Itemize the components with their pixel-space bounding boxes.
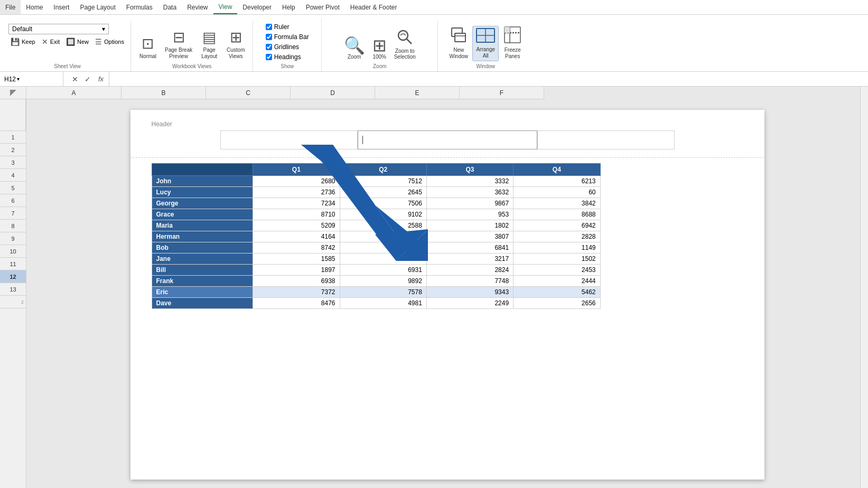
zoom-selection-button[interactable]: Zoom toSelection (391, 27, 419, 61)
menu-file[interactable]: File (0, 0, 21, 14)
header-left-box[interactable] (220, 130, 358, 149)
cell-q2[interactable]: 3969 (340, 254, 426, 265)
table-row[interactable]: Jane1585396932171502 (152, 254, 600, 265)
cell-q2[interactable]: 7578 (340, 287, 426, 298)
confirm-formula-button[interactable]: ✓ (82, 75, 93, 83)
table-row[interactable]: Lucy27362645363260 (152, 187, 600, 198)
new-button[interactable]: 🔲 New (64, 36, 91, 47)
custom-views-button[interactable]: ⊞ CustomViews (223, 27, 248, 61)
cell-name[interactable]: Lucy (152, 187, 253, 198)
vertical-scrollbar[interactable] (860, 99, 868, 488)
formula-bar-checkbox[interactable] (266, 34, 272, 40)
cell-q4[interactable]: 2828 (514, 231, 600, 242)
col-header-E[interactable]: E (375, 87, 460, 99)
menu-insert[interactable]: Insert (48, 0, 74, 14)
cell-q1[interactable]: 7372 (253, 287, 340, 298)
cell-name[interactable]: Herman (152, 231, 253, 242)
cell-q2[interactable]: 4981 (340, 298, 426, 309)
freeze-panes-button[interactable]: FreezePanes (500, 25, 525, 61)
cell-q2[interactable]: 9892 (340, 276, 426, 287)
keep-button[interactable]: 💾 Keep (8, 36, 38, 47)
header-right-box[interactable] (537, 130, 675, 149)
menu-page-layout[interactable]: Page Layout (74, 0, 120, 14)
menu-formulas[interactable]: Formulas (121, 0, 158, 14)
cell-q3[interactable]: 1802 (426, 220, 513, 231)
menu-home[interactable]: Home (21, 0, 48, 14)
cell-q2[interactable]: 2645 (340, 187, 426, 198)
formula-bar-toggle[interactable]: Formula Bar (266, 33, 309, 41)
col-header-C[interactable]: C (206, 87, 291, 99)
cell-q2[interactable]: 7506 (340, 198, 426, 209)
cell-q1[interactable]: 4164 (253, 231, 340, 242)
cell-q3[interactable]: 3807 (426, 231, 513, 242)
cancel-formula-button[interactable]: ✕ (70, 75, 80, 83)
zoom-100-button[interactable]: ⊞ 100% (369, 35, 390, 61)
cell-q4[interactable]: 1149 (514, 242, 600, 254)
table-row[interactable]: Frank6938989277482444 (152, 276, 600, 287)
cell-q3[interactable]: 9867 (426, 198, 513, 209)
cell-q2[interactable]: 4440 (340, 242, 426, 254)
cell-q4[interactable]: 6942 (514, 220, 600, 231)
cell-q2[interactable]: 2588 (340, 220, 426, 231)
new-window-button[interactable]: NewWindow (446, 25, 471, 61)
table-row[interactable]: Grace871091029538688 (152, 209, 600, 220)
fx-button[interactable]: fx (95, 75, 107, 83)
cell-q2[interactable]: 9102 (340, 209, 426, 220)
col-header-A[interactable]: A (26, 87, 122, 99)
cell-q2[interactable]: 61 (340, 231, 426, 242)
cell-q3[interactable]: 3332 (426, 176, 513, 187)
header-center-box[interactable] (358, 130, 537, 149)
normal-button[interactable]: ⊡ Normal (135, 33, 161, 61)
table-row[interactable]: Bob8742444068411149 (152, 242, 600, 254)
cell-q1[interactable]: 8476 (253, 298, 340, 309)
cell-name[interactable]: George (152, 198, 253, 209)
cell-name[interactable]: Bob (152, 242, 253, 254)
cell-name[interactable]: Grace (152, 209, 253, 220)
gridlines-checkbox[interactable] (266, 44, 272, 50)
cell-q4[interactable]: 6213 (514, 176, 600, 187)
menu-data[interactable]: Data (158, 0, 182, 14)
cell-q3[interactable]: 7748 (426, 276, 513, 287)
ruler-toggle[interactable]: Ruler (266, 23, 309, 31)
table-row[interactable]: George7234750698673842 (152, 198, 600, 209)
cell-q4[interactable]: 2444 (514, 276, 600, 287)
cell-q1[interactable]: 2736 (253, 187, 340, 198)
cell-name[interactable]: John (152, 176, 253, 187)
table-row[interactable]: Bill1897693128242453 (152, 265, 600, 276)
menu-help[interactable]: Help (277, 0, 301, 14)
cell-q1[interactable]: 8742 (253, 242, 340, 254)
cell-q4[interactable]: 60 (514, 187, 600, 198)
page-break-preview-button[interactable]: ⊟ Page BreakPreview (162, 27, 195, 61)
cell-name[interactable]: Bill (152, 265, 253, 276)
table-row[interactable]: Eric7372757893435462 (152, 287, 600, 298)
cell-q3[interactable]: 3217 (426, 254, 513, 265)
table-row[interactable]: John2680751233326213 (152, 176, 600, 187)
page-layout-button[interactable]: ▤ PageLayout (197, 27, 222, 61)
cell-q3[interactable]: 9343 (426, 287, 513, 298)
cell-q3[interactable]: 6841 (426, 242, 513, 254)
cell-q2[interactable]: 7512 (340, 176, 426, 187)
cell-q3[interactable]: 2249 (426, 298, 513, 309)
cell-q1[interactable]: 5209 (253, 220, 340, 231)
menu-view[interactable]: View (213, 0, 238, 14)
cell-q1[interactable]: 1897 (253, 265, 340, 276)
cell-q4[interactable]: 5462 (514, 287, 600, 298)
name-box[interactable]: H12 ▾ (0, 72, 63, 86)
cell-q1[interactable]: 2680 (253, 176, 340, 187)
table-row[interactable]: Maria5209258818026942 (152, 220, 600, 231)
cell-q1[interactable]: 6938 (253, 276, 340, 287)
menu-power-pivot[interactable]: Power Pivot (301, 0, 345, 14)
cell-q4[interactable]: 8688 (514, 209, 600, 220)
headings-checkbox[interactable] (266, 54, 272, 60)
menu-review[interactable]: Review (182, 0, 213, 14)
cell-q3[interactable]: 953 (426, 209, 513, 220)
cell-q4[interactable]: 1502 (514, 254, 600, 265)
sheet-view-dropdown[interactable]: Default ▾ (8, 24, 109, 34)
options-button[interactable]: ☰ Options (93, 36, 126, 47)
cell-name[interactable]: Maria (152, 220, 253, 231)
col-header-D[interactable]: D (291, 87, 375, 99)
arrange-all-button[interactable]: ArrangeAll (472, 26, 499, 61)
cell-q4[interactable]: 2453 (514, 265, 600, 276)
col-header-F[interactable]: F (460, 87, 544, 99)
cell-q3[interactable]: 2824 (426, 265, 513, 276)
